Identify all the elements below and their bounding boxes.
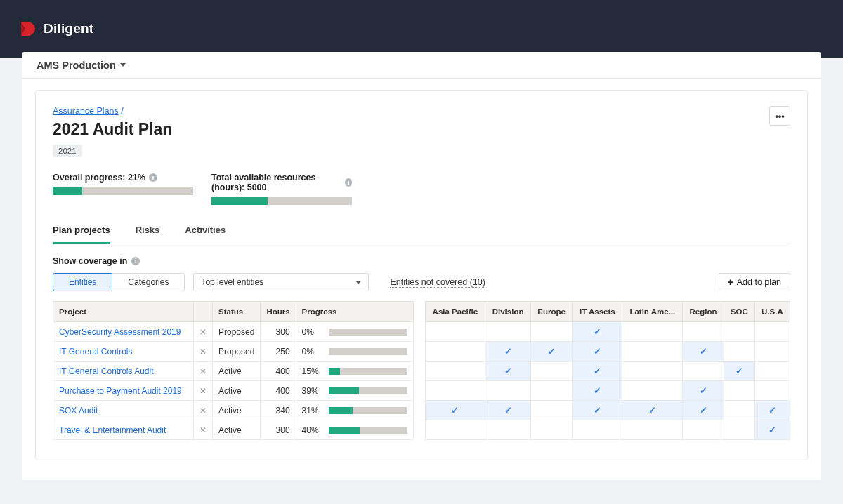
col-entity[interactable]: SOC bbox=[724, 302, 754, 322]
coverage-cell: ✓ bbox=[754, 420, 790, 440]
coverage-cell bbox=[425, 342, 485, 362]
coverage-cell bbox=[754, 322, 790, 342]
coverage-entities-button[interactable]: Entities bbox=[53, 273, 112, 291]
not-covered-link[interactable]: Entities not covered (10) bbox=[390, 277, 485, 288]
col-entity[interactable]: Latin Ame... bbox=[622, 302, 683, 322]
coverage-cell: ✓ bbox=[485, 401, 531, 420]
check-icon: ✓ bbox=[700, 346, 707, 357]
entity-level-value: Top level entities bbox=[201, 277, 263, 287]
progress-cell: 0% bbox=[296, 322, 413, 342]
coverage-cell bbox=[724, 322, 754, 342]
coverage-cell bbox=[683, 322, 724, 342]
resources-progress-bar bbox=[211, 197, 352, 205]
coverage-cell bbox=[754, 342, 790, 362]
coverage-cell bbox=[485, 381, 531, 401]
coverage-label: Show coverage in bbox=[53, 256, 127, 266]
page-title: 2021 Audit Plan bbox=[53, 120, 172, 139]
coverage-cell: ✓ bbox=[622, 401, 683, 420]
status-cell: Active bbox=[213, 420, 261, 440]
remove-icon[interactable]: ✕ bbox=[200, 425, 207, 435]
entity-level-select[interactable]: Top level entities bbox=[193, 273, 369, 291]
check-icon: ✓ bbox=[769, 405, 776, 416]
info-icon[interactable]: i bbox=[149, 173, 157, 182]
coverage-cell bbox=[530, 322, 572, 342]
check-icon: ✓ bbox=[648, 405, 656, 416]
brand-logo-icon bbox=[20, 20, 37, 37]
check-icon: ✓ bbox=[594, 366, 601, 376]
coverage-cell: ✓ bbox=[754, 401, 790, 420]
tab-plan-projects[interactable]: Plan projects bbox=[53, 220, 110, 244]
table-row: Travel & Entertainment Audit✕Active30040… bbox=[53, 420, 790, 440]
coverage-cell bbox=[530, 362, 572, 381]
status-cell: Active bbox=[213, 381, 261, 401]
coverage-segmented: Entities Categories bbox=[53, 273, 185, 291]
coverage-cell: ✓ bbox=[485, 342, 531, 362]
coverage-cell: ✓ bbox=[683, 381, 724, 401]
project-link[interactable]: Travel & Entertainment Audit bbox=[59, 425, 166, 435]
col-entity[interactable]: Region bbox=[683, 302, 724, 322]
hours-cell: 300 bbox=[261, 322, 296, 342]
col-entity[interactable]: Asia Pacific bbox=[425, 302, 485, 322]
col-remove bbox=[194, 302, 213, 322]
overall-progress-stat: Overall progress: 21% i bbox=[53, 173, 193, 205]
plus-icon: + bbox=[728, 277, 733, 287]
project-link[interactable]: IT General Controls Audit bbox=[59, 366, 154, 376]
project-link[interactable]: CyberSecurity Assessment 2019 bbox=[59, 327, 181, 337]
col-entity[interactable]: U.S.A bbox=[754, 302, 790, 322]
coverage-cell: ✓ bbox=[425, 401, 485, 420]
add-to-plan-button[interactable]: + Add to plan bbox=[719, 273, 790, 291]
coverage-cell bbox=[425, 420, 485, 440]
col-project[interactable]: Project bbox=[53, 302, 194, 322]
coverage-cell: ✓ bbox=[573, 362, 622, 381]
more-actions-button[interactable]: ••• bbox=[769, 106, 790, 126]
project-link[interactable]: SOX Audit bbox=[59, 406, 98, 416]
col-entity[interactable]: Europe bbox=[530, 302, 572, 322]
col-entity[interactable]: Division bbox=[485, 302, 531, 322]
coverage-cell: ✓ bbox=[573, 401, 622, 420]
info-icon[interactable]: i bbox=[131, 257, 140, 265]
status-cell: Proposed bbox=[213, 322, 261, 342]
check-icon: ✓ bbox=[700, 385, 707, 396]
coverage-cell bbox=[754, 381, 790, 401]
coverage-cell bbox=[622, 381, 683, 401]
year-badge: 2021 bbox=[53, 145, 82, 157]
col-progress[interactable]: Progress bbox=[296, 302, 413, 322]
project-link[interactable]: IT General Controls bbox=[59, 347, 133, 357]
breadcrumb-parent[interactable]: Assurance Plans bbox=[53, 106, 119, 116]
col-status[interactable]: Status bbox=[213, 302, 261, 322]
topbar: Diligent bbox=[0, 0, 843, 58]
project-link[interactable]: Purchase to Payment Audit 2019 bbox=[59, 386, 182, 396]
remove-icon[interactable]: ✕ bbox=[200, 386, 207, 396]
tab-activities[interactable]: Activities bbox=[185, 220, 226, 244]
overall-progress-bar bbox=[53, 187, 193, 195]
app-switcher[interactable]: AMS Production bbox=[37, 60, 126, 71]
check-icon: ✓ bbox=[504, 366, 512, 376]
coverage-cell bbox=[622, 342, 683, 362]
overall-progress-label: Overall progress: 21% bbox=[53, 173, 145, 183]
tab-risks[interactable]: Risks bbox=[136, 220, 160, 244]
table-row: IT General Controls✕Proposed2500%✓✓✓✓ bbox=[53, 342, 790, 362]
status-cell: Proposed bbox=[213, 342, 261, 362]
remove-icon[interactable]: ✕ bbox=[200, 406, 207, 416]
coverage-categories-button[interactable]: Categories bbox=[112, 273, 185, 291]
app-frame: AMS Production Assurance Plans / 2021 Au… bbox=[22, 52, 821, 480]
coverage-cell bbox=[573, 420, 622, 440]
projects-table: Project Status Hours Progress Asia Pacif… bbox=[53, 301, 790, 440]
info-icon[interactable]: i bbox=[345, 178, 352, 187]
remove-icon[interactable]: ✕ bbox=[200, 327, 207, 337]
app-header: AMS Production bbox=[22, 52, 821, 79]
resources-stat: Total available resources (hours): 5000 … bbox=[211, 173, 352, 205]
coverage-cell bbox=[724, 342, 754, 362]
remove-icon[interactable]: ✕ bbox=[200, 347, 207, 357]
tabs: Plan projects Risks Activities bbox=[53, 220, 790, 244]
hours-cell: 400 bbox=[261, 362, 296, 381]
remove-icon[interactable]: ✕ bbox=[200, 366, 207, 376]
progress-cell: 0% bbox=[296, 342, 413, 362]
breadcrumb-sep: / bbox=[121, 106, 123, 116]
brand-name: Diligent bbox=[44, 21, 93, 37]
check-icon: ✓ bbox=[504, 405, 512, 416]
coverage-cell bbox=[530, 381, 572, 401]
col-hours[interactable]: Hours bbox=[261, 302, 296, 322]
check-icon: ✓ bbox=[594, 405, 601, 416]
col-entity[interactable]: IT Assets bbox=[573, 302, 622, 322]
